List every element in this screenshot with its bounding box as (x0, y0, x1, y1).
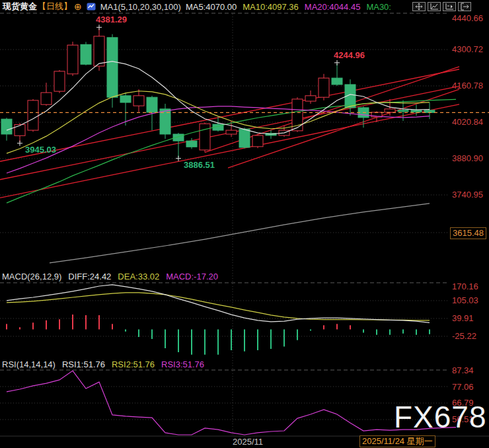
axis-tick-label: 4300.72 (452, 44, 483, 54)
ma-legend-item: MA20:4044.45 (305, 2, 361, 12)
axis-tick-label: 4160.78 (452, 81, 483, 91)
axis-tick-label: 3740.95 (452, 190, 483, 200)
candle-up (133, 96, 144, 106)
candle-up (41, 93, 52, 104)
watermark: FX678 (394, 399, 487, 435)
candle-up (15, 124, 25, 135)
ma-legend-item: MA30: (366, 2, 391, 12)
candle-up (385, 109, 395, 112)
candle-down (239, 129, 250, 147)
axis-boxed-price-label: 3615.48 (450, 227, 486, 239)
ma100-line (50, 204, 430, 263)
axis-tick-label: 77.06 (452, 382, 474, 392)
macd-value-item: DEA:33.02 (118, 272, 159, 281)
period-label[interactable]: 【日线】 (38, 1, 72, 13)
symbol-title: 现货黄金 (3, 1, 37, 13)
macd-value-item: MACD:-17.20 (166, 272, 218, 281)
candle-up (54, 71, 65, 91)
macd-values: DIFF:24.42DEA:33.02MACD:-17.20 (68, 272, 218, 281)
scale-axes-icon[interactable] (428, 2, 441, 11)
price-annotation: 3945.03 (25, 145, 56, 155)
axis-tick-label: 87.34 (452, 365, 474, 375)
chart-toolbar (412, 2, 471, 11)
price-annotation: 4381.29 (96, 15, 127, 24)
chart-header: 现货黄金 【日线】 ⊕ MA1(5,10,20,30,100) MA5:4070… (3, 1, 391, 13)
macd-value-item: DIFF:24.42 (68, 272, 111, 281)
candle-up (226, 130, 237, 134)
move-icon[interactable] (412, 2, 426, 11)
chart-window: 4440.664300.724160.784020.843880.903740.… (0, 0, 489, 448)
macd-title: MACD(26,12,9) (2, 272, 61, 281)
rsi-title: RSI(14,14,14) (2, 359, 56, 369)
chart-type-icon[interactable] (87, 3, 96, 11)
rsi-values: RSI1:51.76RSI2:51.76RSI3:51.76 (62, 359, 204, 369)
candle-up (319, 78, 329, 97)
price-annotation: 4244.96 (334, 50, 365, 60)
candle-up (305, 96, 316, 101)
playback-icon[interactable] (443, 2, 456, 11)
period-toggle-icon[interactable]: ⊕ (74, 3, 82, 11)
candle-down (398, 110, 408, 112)
axis-tick-label: -25.22 (452, 331, 476, 341)
exit-right-icon[interactable] (458, 2, 471, 11)
axis-tick-label: 39.91 (452, 313, 474, 323)
candle-up (200, 124, 210, 150)
trendline (0, 104, 459, 198)
ma-legend-item: MA10:4097.36 (243, 2, 299, 12)
candle-down (107, 38, 118, 97)
rsi-value-item: RSI1:51.76 (62, 359, 105, 369)
axis-tick-label: 4440.66 (452, 13, 483, 23)
price-annotation: 3886.51 (184, 160, 215, 170)
candle-down (332, 78, 342, 85)
candle-up (28, 100, 38, 130)
candle-down (186, 141, 197, 147)
rsi-value-item: RSI2:51.76 (112, 359, 155, 369)
candle-down (147, 97, 157, 112)
macd-diff-line (7, 285, 430, 322)
rsi-value-item: RSI3:51.76 (161, 359, 204, 369)
ma-settings-label: MA1(5,10,20,30,100) (100, 2, 181, 12)
axis-tick-label: 105.03 (452, 295, 478, 305)
candle-up (67, 45, 78, 74)
x-axis-month-label: 2025/11 (233, 437, 263, 447)
ma-legend-item: MA5:4070.00 (186, 2, 237, 12)
candle-up (94, 36, 104, 66)
x-axis-date-label: 2025/11/24 星期一 (359, 435, 435, 447)
candle-down (1, 119, 12, 134)
candle-up (252, 135, 263, 147)
chart-canvas[interactable]: 4440.664300.724160.784020.843880.903740.… (0, 0, 489, 448)
macd-header: MACD(26,12,9) DIFF:24.42DEA:33.02MACD:-1… (2, 272, 218, 281)
rsi-header: RSI(14,14,14) RSI1:51.76RSI2:51.76RSI3:5… (2, 359, 204, 369)
ma-legend: MA5:4070.00MA10:4097.36MA20:4044.45MA30: (186, 2, 391, 12)
candle-down (411, 110, 422, 112)
candle-down (120, 96, 131, 102)
candle-down (81, 44, 91, 64)
macd-dea-line (7, 293, 430, 320)
axis-tick-label: 170.16 (452, 281, 478, 291)
axis-tick-label: 4020.84 (452, 117, 483, 127)
axis-tick-label: 3880.90 (452, 153, 483, 163)
